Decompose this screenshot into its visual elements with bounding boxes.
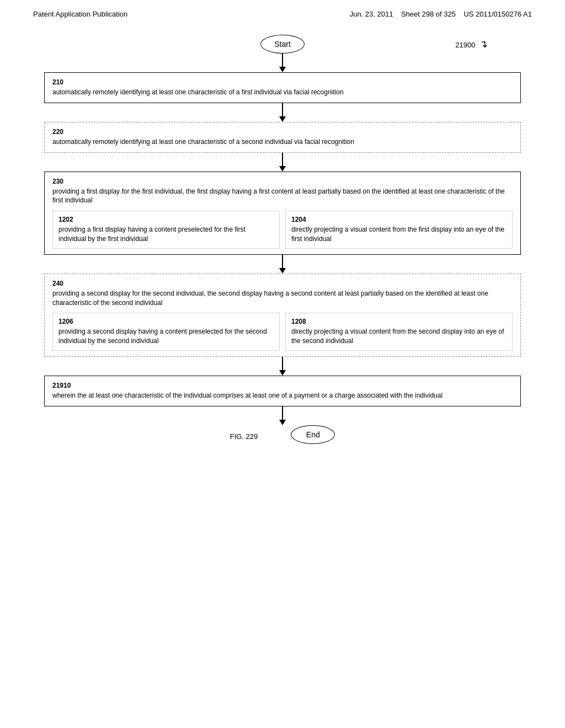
start-area: Start 21900 ↴ bbox=[44, 35, 521, 53]
box-240: 240 providing a second display for the s… bbox=[44, 274, 521, 357]
sub-boxes-230: 1202 providing a first display having a … bbox=[52, 211, 513, 249]
page-header: Patent Application Publication Jun. 23, … bbox=[0, 0, 565, 24]
sub-box-1206: 1206 providing a second display having a… bbox=[52, 313, 280, 351]
sub-boxes-240: 1206 providing a second display having a… bbox=[52, 313, 513, 351]
sub-box-1202: 1202 providing a first display having a … bbox=[52, 211, 280, 249]
box-210: 210 automatically remotely identifying a… bbox=[44, 72, 521, 103]
diagram-container: Start 21900 ↴ 210 automatically remotely… bbox=[0, 24, 565, 466]
connector-220-230 bbox=[44, 153, 521, 172]
start-node: Start bbox=[260, 35, 305, 53]
end-node: End bbox=[291, 425, 335, 444]
connector-240-21910 bbox=[44, 357, 521, 376]
box-220: 220 automatically remotely identifying a… bbox=[44, 122, 521, 153]
figure-num-label: 21900 ↴ bbox=[455, 38, 488, 50]
box-21910: 21910 wherein the at least one character… bbox=[44, 376, 521, 406]
connector-210-220 bbox=[44, 103, 521, 122]
header-center: Jun. 23, 2011 Sheet 298 of 325 US 2011/0… bbox=[350, 10, 532, 18]
fig-caption: FIG. 229 bbox=[230, 432, 258, 441]
connector-21910-end bbox=[44, 406, 521, 425]
connector-start-210 bbox=[44, 53, 521, 72]
end-area: FIG. 229 End bbox=[230, 425, 335, 444]
sub-box-1204: 1204 directly projecting a visual conten… bbox=[285, 211, 513, 249]
box-230: 230 providing a first display for the fi… bbox=[44, 172, 521, 255]
sub-box-1208: 1208 directly projecting a visual conten… bbox=[285, 313, 513, 351]
connector-230-240 bbox=[44, 255, 521, 274]
header-left: Patent Application Publication bbox=[33, 10, 127, 18]
